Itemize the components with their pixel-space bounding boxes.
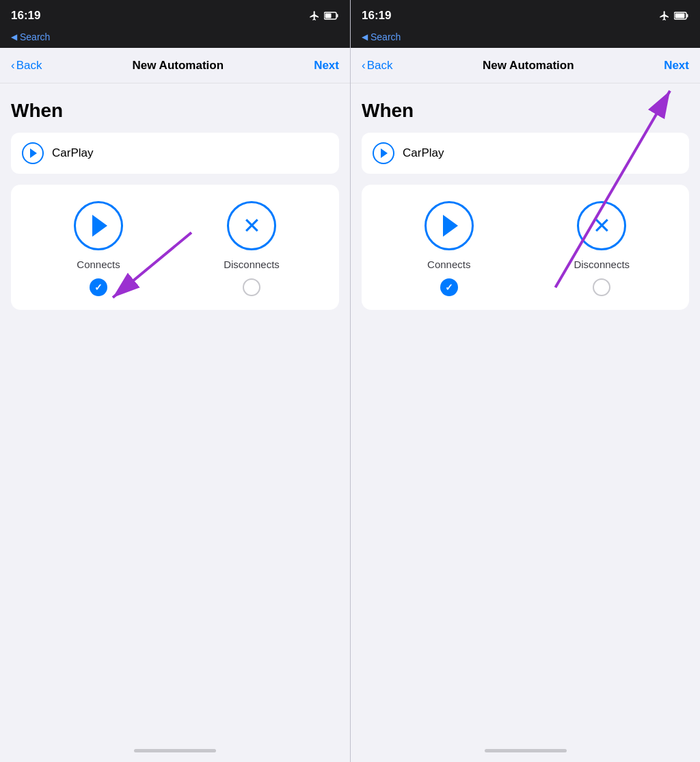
right-next-button[interactable]: Next xyxy=(664,59,689,73)
right-status-bar: 16:19 xyxy=(351,0,700,30)
left-disconnects-option[interactable]: ✕ Disconnects xyxy=(175,201,328,296)
right-phone-panel: 16:19 ◀ Search ‹ Back New Automation Nex… xyxy=(350,0,700,762)
left-x-icon: ✕ xyxy=(243,215,261,237)
right-search-bar: ◀ Search xyxy=(351,30,700,48)
right-connects-option[interactable]: Connects xyxy=(373,201,526,296)
left-connects-option[interactable]: Connects xyxy=(22,201,175,296)
left-carplay-label: CarPlay xyxy=(52,146,93,160)
right-play-icon xyxy=(443,215,458,237)
left-play-icon xyxy=(92,215,107,237)
left-time: 16:19 xyxy=(11,9,40,23)
left-search-chevron: ◀ xyxy=(11,32,17,42)
svg-rect-2 xyxy=(337,14,338,18)
right-nav-bar: ‹ Back New Automation Next xyxy=(351,48,700,83)
left-home-indicator xyxy=(0,739,350,762)
right-status-icons xyxy=(659,10,689,21)
left-disconnects-label: Disconnects xyxy=(224,259,280,270)
left-connects-icon xyxy=(74,201,123,250)
left-status-bar: 16:19 xyxy=(0,0,350,30)
left-nav-title: New Automation xyxy=(133,59,224,73)
left-connects-radio[interactable] xyxy=(90,278,107,296)
right-back-button[interactable]: ‹ Back xyxy=(362,59,392,73)
left-nav-bar: ‹ Back New Automation Next xyxy=(0,48,350,83)
left-carplay-row[interactable]: CarPlay xyxy=(11,133,339,174)
left-search-text: Search xyxy=(20,31,50,42)
right-options-card: Connects ✕ Disconnects xyxy=(362,185,689,310)
right-search-text: Search xyxy=(371,31,401,42)
right-home-indicator xyxy=(351,739,700,762)
right-disconnects-radio[interactable] xyxy=(593,278,610,296)
left-content: When CarPlay Connects ✕ Disconnects xyxy=(0,83,350,739)
right-connects-icon xyxy=(425,201,474,250)
svg-rect-7 xyxy=(687,14,688,18)
right-disconnects-option[interactable]: ✕ Disconnects xyxy=(526,201,679,296)
left-disconnects-icon: ✕ xyxy=(227,201,276,250)
right-connects-label: Connects xyxy=(427,259,470,270)
left-home-bar xyxy=(134,749,216,752)
right-connects-radio[interactable] xyxy=(440,278,458,296)
right-carplay-label: CarPlay xyxy=(403,146,444,160)
right-disconnects-icon: ✕ xyxy=(577,201,626,250)
left-back-label: Back xyxy=(16,59,42,73)
right-disconnects-label: Disconnects xyxy=(574,259,630,270)
battery-icon xyxy=(324,12,339,20)
right-carplay-row[interactable]: CarPlay xyxy=(362,133,689,174)
left-search-bar: ◀ Search xyxy=(0,30,350,48)
svg-rect-6 xyxy=(675,14,685,18)
right-back-label: Back xyxy=(367,59,393,73)
right-carplay-icon xyxy=(373,142,394,164)
right-search-chevron: ◀ xyxy=(362,32,368,42)
right-nav-title: New Automation xyxy=(483,59,574,73)
left-status-icons xyxy=(309,10,339,21)
left-back-button[interactable]: ‹ Back xyxy=(11,59,42,73)
svg-rect-1 xyxy=(325,14,332,18)
left-options-card: Connects ✕ Disconnects xyxy=(11,185,339,310)
left-section-title: When xyxy=(11,100,339,122)
right-content: When CarPlay Connects ✕ Disconnects xyxy=(351,83,700,739)
right-back-chevron: ‹ xyxy=(362,59,366,73)
left-back-chevron: ‹ xyxy=(11,59,15,73)
left-phone-panel: 16:19 ◀ Search ‹ Back New Automation Nex… xyxy=(0,0,350,762)
right-home-bar xyxy=(485,749,567,752)
left-carplay-icon xyxy=(22,142,44,164)
left-disconnects-radio[interactable] xyxy=(243,278,260,296)
right-time: 16:19 xyxy=(362,9,391,23)
airplane-icon xyxy=(309,10,320,21)
right-battery-icon xyxy=(674,12,689,20)
left-connects-label: Connects xyxy=(77,259,120,270)
left-next-button[interactable]: Next xyxy=(314,59,339,73)
right-airplane-icon xyxy=(659,10,670,21)
right-section-title: When xyxy=(362,100,689,122)
right-x-icon: ✕ xyxy=(593,215,611,237)
